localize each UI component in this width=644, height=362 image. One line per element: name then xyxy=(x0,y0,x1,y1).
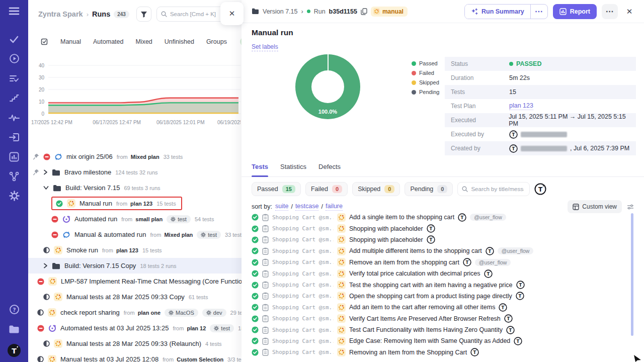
run-breadcrumb-folder[interactable]: Version 7.15 xyxy=(263,8,298,15)
run-summary-more-button[interactable]: ⋯ xyxy=(530,5,547,19)
run-row[interactable]: check report sharingfrom plan oneMacOSde… xyxy=(28,305,242,320)
tab-statistics[interactable]: Statistics xyxy=(280,163,306,176)
run-from-plan[interactable]: from Mixed plan xyxy=(117,154,159,160)
analytics-icon[interactable] xyxy=(0,147,28,166)
run-row[interactable]: Bravo milestone124 tests 32 runs xyxy=(28,164,242,180)
test-case-icon xyxy=(262,225,269,232)
run-row[interactable]: Automated tests at 03 Jul 2025 13:25from… xyxy=(28,320,242,336)
run-row[interactable]: Build: Version 7.15 Copy18 tests 2 runs xyxy=(28,258,242,274)
test-row[interactable]: Shopping Cart @sm...Test the shopping ca… xyxy=(242,279,644,290)
run-row[interactable]: Smoke runfrom plan 12315 tests xyxy=(28,242,242,258)
test-row[interactable]: Shopping Cart @sm...Verify total price c… xyxy=(242,268,644,279)
assignee-avatar-icon: T xyxy=(486,247,494,255)
run-name: Manual tests at 03 Jul 2025 12:08 xyxy=(60,355,158,362)
test-row[interactable]: Shopping Cart @sm...Test Cart Functional… xyxy=(242,324,644,335)
test-suite: Shopping Cart @sm... xyxy=(272,259,334,265)
run-summary-button[interactable]: Run Summary xyxy=(465,5,530,19)
select-all-icon[interactable] xyxy=(40,38,48,46)
run-row[interactable]: Build: Version 7.1569 tests 3 runs xyxy=(28,180,242,196)
run-row[interactable]: Automated runfrom small plantest54 tests xyxy=(28,211,242,227)
set-labels-link[interactable]: Set labels xyxy=(252,43,278,51)
test-row[interactable]: Shopping Cart @sm...Remove an item from … xyxy=(242,257,644,268)
run-from-plan[interactable]: from Mixed plan xyxy=(150,232,193,238)
runs-icon[interactable] xyxy=(0,49,28,68)
tab-automated[interactable]: Automated xyxy=(93,38,123,45)
drawer-close-button[interactable]: ✕ xyxy=(623,7,636,16)
run-row[interactable]: Manual runfrom plan 12315 tests xyxy=(28,196,242,211)
run-from-plan[interactable]: from plan one xyxy=(124,310,160,316)
tests-search[interactable] xyxy=(457,182,530,196)
filter-passed[interactable]: Passed15 xyxy=(252,182,301,196)
test-row[interactable]: Shopping Cart @sm...Add multiple differe… xyxy=(242,245,644,256)
menu-icon[interactable] xyxy=(0,0,28,22)
filter-button[interactable] xyxy=(136,7,151,22)
run-from-plan[interactable]: from small plan xyxy=(121,216,163,222)
runs-search-input[interactable] xyxy=(170,11,225,17)
test-title: Remove an item from the shopping cart xyxy=(349,259,459,266)
run-row[interactable]: mix origin 25/06from Mixed plan33 tests xyxy=(28,149,242,164)
assignee-avatar[interactable]: T xyxy=(534,183,546,195)
filter-skipped[interactable]: Skipped0 xyxy=(352,182,400,196)
run-from-plan[interactable]: from plan 123 xyxy=(102,247,138,253)
test-plan-link[interactable]: plan 123 xyxy=(509,102,533,110)
tab-mixed[interactable]: Mixed xyxy=(135,38,152,45)
run-row[interactable]: Manual tests at 03 Jul 2025 12:08from Cu… xyxy=(28,351,242,362)
tab-groups[interactable]: Groups xyxy=(206,38,227,45)
run-from-plan[interactable]: from Custom Selection xyxy=(163,356,223,362)
test-title: Edge Case: Removing Item with Same Quant… xyxy=(349,337,510,344)
info-label: Executed by xyxy=(445,131,509,138)
imports-icon[interactable] xyxy=(0,127,28,147)
run-row[interactable]: Manual tests at 28 Mar 2025 09:33 Copy61… xyxy=(28,289,242,305)
test-suite: Shopping Cart @sm... xyxy=(272,282,334,288)
test-row[interactable]: Shopping Cart @sm...Edge Case: Removing … xyxy=(242,335,644,346)
runs-history-chart: 01020304017/2025 12:42 PM06/17/2025 12:4… xyxy=(30,51,240,128)
test-row[interactable]: Shopping Cart @sm...Removing an Item fro… xyxy=(242,347,644,358)
sort-by-failure[interactable]: failure xyxy=(326,203,343,211)
tab-defects[interactable]: Defects xyxy=(318,163,341,176)
settings-gear-icon[interactable] xyxy=(0,186,28,206)
report-button[interactable]: Report xyxy=(553,4,597,19)
run-count: 69 tests 3 runs xyxy=(124,185,160,191)
test-row[interactable]: Shopping Cart @sm...Add an item to the c… xyxy=(242,302,644,313)
run-from-plan[interactable]: from plan 123 xyxy=(116,201,152,207)
test-row[interactable]: Shopping Cart @sm...Add a single item to… xyxy=(242,212,644,223)
test-cases-icon[interactable] xyxy=(0,68,28,88)
sort-by-suite[interactable]: suite xyxy=(275,203,288,211)
test-row[interactable]: Shopping Cart @sm...Shopping with placeh… xyxy=(242,234,644,245)
test-row[interactable]: Shopping Cart @sm...Open the shopping ca… xyxy=(242,291,644,302)
tab-manual[interactable]: Manual xyxy=(60,38,81,45)
projects-folder-icon[interactable] xyxy=(0,319,28,339)
filter-pending[interactable]: Pending0 xyxy=(405,182,453,196)
run-from-plan[interactable]: from plan 12 xyxy=(173,325,206,331)
filter-failed[interactable]: Failed0 xyxy=(305,182,348,196)
view-settings-icon[interactable] xyxy=(627,204,634,210)
status-dot xyxy=(509,62,513,66)
tests-scrollbar[interactable] xyxy=(631,213,633,336)
more-actions-button[interactable]: ⋯ xyxy=(602,4,618,19)
breadcrumb-project[interactable]: Zyntra Spark xyxy=(38,10,83,18)
info-row: Duration5m 22s xyxy=(445,71,636,85)
test-title: Add an item to the cart after removing a… xyxy=(349,304,495,311)
milestones-icon[interactable] xyxy=(0,166,28,186)
legend-label: Skipped xyxy=(419,79,439,85)
tab-tests[interactable]: Tests xyxy=(252,163,268,176)
steps-icon[interactable] xyxy=(0,88,28,108)
run-row[interactable]: Manual tests at 28 Mar 2025 09:33 (Relau… xyxy=(28,336,242,351)
tests-search-input[interactable] xyxy=(471,186,524,192)
panel-close-button[interactable]: ✕ xyxy=(220,2,244,25)
info-row: Test Planplan 123 xyxy=(445,99,636,113)
copy-icon[interactable] xyxy=(361,8,367,15)
run-row[interactable]: LMP-587 Implement Real-Time Chat Messagi… xyxy=(28,274,242,289)
help-icon[interactable]: ? xyxy=(0,300,28,319)
test-row[interactable]: Shopping Cart @sm...Verify Cart Items Ar… xyxy=(242,313,644,324)
run-row[interactable]: Manual & automated runfrom Mixed plantes… xyxy=(28,227,242,242)
run-count: 18 tests 2 runs xyxy=(140,263,176,269)
test-row[interactable]: Shopping Cart @sm...Shopping with placeh… xyxy=(242,223,644,234)
tests-icon[interactable] xyxy=(0,29,28,49)
sort-by-testcase[interactable]: testcase xyxy=(295,203,319,211)
run-name: LMP-587 Implement Real-Time Chat Messagi… xyxy=(61,278,242,285)
activity-icon[interactable] xyxy=(0,108,28,127)
donut-value-label: 100.0% xyxy=(295,109,360,115)
account-avatar[interactable]: T xyxy=(0,339,28,362)
tab-unfinished[interactable]: Unfinished xyxy=(165,38,194,45)
